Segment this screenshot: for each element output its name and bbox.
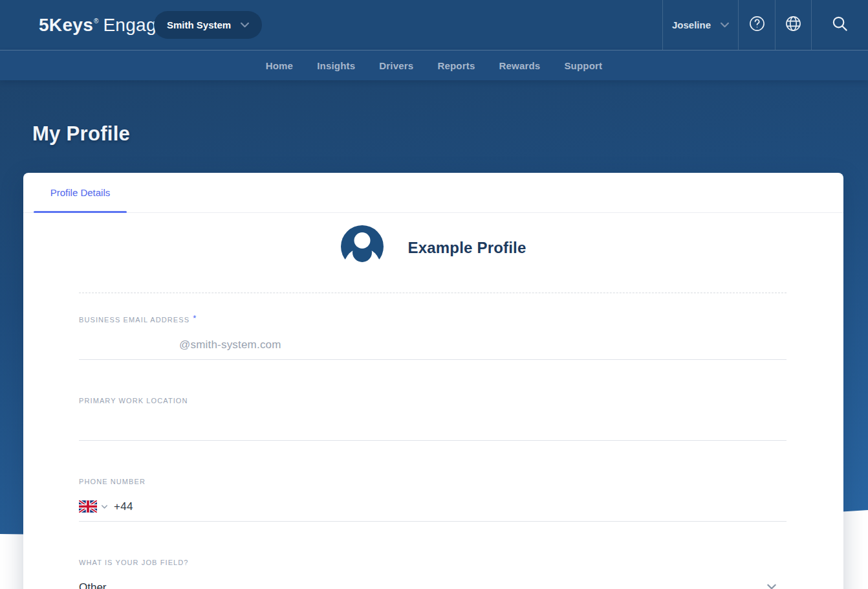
chevron-down-icon [721, 22, 729, 28]
search-button[interactable] [811, 0, 868, 50]
dashed-divider [79, 293, 787, 293]
help-button[interactable] [738, 0, 775, 50]
uk-flag-icon [79, 500, 97, 513]
nav-item-rewards[interactable]: Rewards [499, 60, 540, 71]
tab-label: Profile Details [50, 187, 111, 198]
field-business-email: BUSINESS EMAIL ADDRESS* @smith-system.co… [79, 313, 787, 360]
field-job-field: WHAT IS YOUR JOB FIELD? Other [79, 559, 787, 589]
work-location-label: PRIMARY WORK LOCATION [79, 397, 787, 405]
label-text: BUSINESS EMAIL ADDRESS [79, 316, 190, 324]
search-icon [831, 15, 849, 35]
phone-number-label: PHONE NUMBER [79, 478, 787, 485]
logo-brand: 5Keys [39, 15, 93, 36]
email-domain-text: @smith-system.com [179, 339, 281, 351]
country-code-selector[interactable] [79, 500, 107, 513]
user-menu[interactable]: Joseline [662, 0, 738, 50]
app-viewport: 5Keys ® Engage Smith System Joseline [0, 0, 868, 589]
profile-header: Example Profile [23, 225, 843, 271]
nav-item-insights[interactable]: Insights [317, 60, 355, 71]
phone-number-input[interactable]: +44 [79, 500, 787, 522]
business-email-input[interactable]: @smith-system.com [79, 339, 787, 360]
job-field-label: WHAT IS YOUR JOB FIELD? [79, 559, 787, 566]
page-title: My Profile [32, 122, 130, 146]
profile-card: Profile Details Example Profile BUSINESS [23, 173, 843, 589]
person-circle-icon [340, 225, 384, 271]
nav-item-reports[interactable]: Reports [437, 60, 475, 71]
nav-item-drivers[interactable]: Drivers [379, 60, 413, 71]
org-selector-label: Smith System [167, 19, 231, 30]
header-right-group: Joseline [662, 0, 868, 50]
profile-form: BUSINESS EMAIL ADDRESS* @smith-system.co… [79, 313, 787, 589]
org-selector[interactable]: Smith System [154, 11, 262, 39]
active-tab-indicator [34, 211, 127, 213]
nav-item-support[interactable]: Support [564, 60, 602, 71]
language-button[interactable] [775, 0, 811, 50]
field-phone-number: PHONE NUMBER +44 [79, 478, 787, 522]
globe-icon [785, 15, 802, 35]
profile-name: Example Profile [407, 239, 526, 257]
job-field-select[interactable]: Other [79, 581, 787, 589]
chevron-down-icon [241, 22, 249, 28]
main-nav: Home Insights Drivers Reports Rewards Su… [0, 50, 868, 80]
required-asterisk: * [193, 313, 197, 323]
card-tab-bar: Profile Details [23, 173, 843, 213]
help-circle-icon [748, 15, 766, 35]
tab-profile-details[interactable]: Profile Details [34, 173, 127, 212]
work-location-input[interactable] [79, 419, 787, 441]
nav-item-home[interactable]: Home [266, 60, 293, 71]
job-field-value: Other [79, 581, 107, 589]
registered-mark: ® [94, 17, 98, 25]
field-work-location: PRIMARY WORK LOCATION [79, 397, 787, 441]
business-email-label: BUSINESS EMAIL ADDRESS* [79, 313, 787, 324]
app-logo: 5Keys ® Engage [39, 15, 167, 36]
dial-code-text: +44 [114, 500, 133, 513]
top-header: 5Keys ® Engage Smith System Joseline [0, 0, 868, 50]
user-name: Joseline [672, 19, 711, 30]
chevron-down-icon [102, 505, 107, 509]
chevron-down-icon [767, 584, 776, 589]
